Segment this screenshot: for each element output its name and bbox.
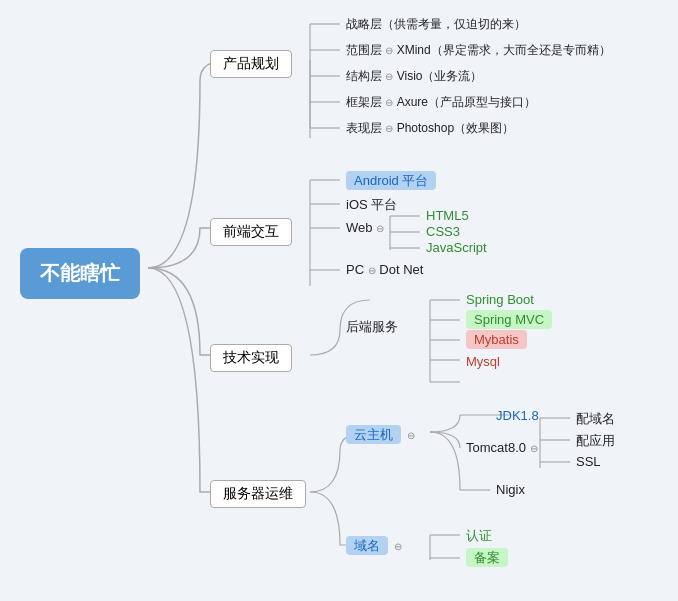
server-yunzhuji: 云主机 ⊖ bbox=[340, 424, 421, 446]
l1-product-label: 产品规划 bbox=[223, 55, 279, 71]
tomcat-ssl: SSL bbox=[570, 452, 607, 471]
l1-frontend: 前端交互 bbox=[210, 218, 292, 246]
frontend-android: Android 平台 bbox=[340, 170, 442, 192]
root-node: 不能瞎忙 bbox=[20, 248, 140, 299]
server-yuming: 域名 ⊖ bbox=[340, 535, 408, 557]
l1-server-label: 服务器运维 bbox=[223, 485, 293, 501]
product-item-3: 结构层 ⊖ Visio（业务流） bbox=[340, 66, 488, 87]
frontend-web: Web ⊖ bbox=[340, 218, 390, 237]
backend-label: 后端服务 bbox=[340, 316, 404, 338]
connector-lines bbox=[0, 0, 678, 601]
product-item-4: 框架层 ⊖ Axure（产品原型与接口） bbox=[340, 92, 542, 113]
backend-mybatis: Mybatis bbox=[460, 330, 533, 349]
tomcat-peiyu: 配域名 bbox=[570, 408, 621, 430]
backend-springboot: Spring Boot bbox=[460, 290, 540, 309]
product-item-2: 范围层 ⊖ XMind（界定需求，大而全还是专而精） bbox=[340, 40, 617, 61]
frontend-ios: iOS 平台 bbox=[340, 194, 403, 216]
yuming-renzheng: 认证 bbox=[460, 525, 498, 547]
product-item-1: 战略层（供需考量，仅迫切的来） bbox=[340, 14, 532, 35]
frontend-pc: PC ⊖ Dot Net bbox=[340, 260, 429, 279]
yuming-beian: 备案 bbox=[460, 547, 514, 569]
product-item-5: 表现层 ⊖ Photoshop（效果图） bbox=[340, 118, 520, 139]
server-tomcat: Tomcat8.0 ⊖ bbox=[460, 438, 544, 457]
l1-server: 服务器运维 bbox=[210, 480, 306, 508]
backend-mysql: Mysql bbox=[460, 352, 506, 371]
tomcat-peiying: 配应用 bbox=[570, 430, 621, 452]
root-label: 不能瞎忙 bbox=[40, 262, 120, 284]
l1-tech-label: 技术实现 bbox=[223, 349, 279, 365]
l1-tech: 技术实现 bbox=[210, 344, 292, 372]
frontend-js: JavaScript bbox=[420, 238, 493, 257]
backend-springmvc: Spring MVC bbox=[460, 310, 558, 329]
server-nigix: Nigix bbox=[490, 480, 531, 499]
l1-product: 产品规划 bbox=[210, 50, 292, 78]
mind-map: 不能瞎忙 产品规划 战略层（供需考量，仅迫切的来） 范围层 ⊖ XMind（界定… bbox=[0, 0, 678, 601]
server-jdk: JDK1.8 bbox=[490, 406, 545, 425]
l1-frontend-label: 前端交互 bbox=[223, 223, 279, 239]
